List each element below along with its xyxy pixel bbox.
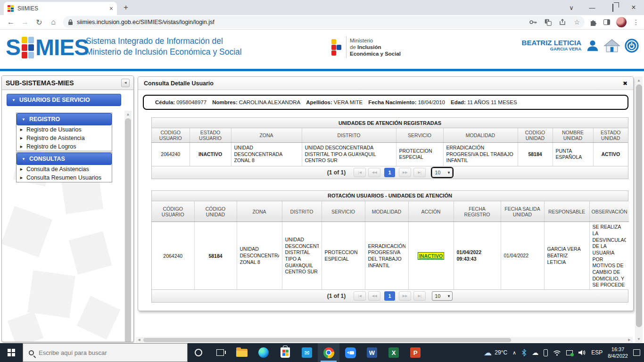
translate-icon[interactable] [545, 19, 552, 26]
network-status-icon[interactable] [566, 350, 573, 355]
onedrive-icon[interactable]: ☁ [532, 349, 538, 356]
accion-inactivo-link[interactable]: INACTIVO [418, 252, 444, 260]
new-tab-button[interactable]: + [124, 3, 128, 12]
notification-center-icon[interactable] [633, 349, 640, 356]
profile-avatar[interactable] [616, 17, 627, 27]
edad-pair: Edad:11 AÑOS 11 MESES [451, 99, 517, 105]
scroll-down-icon[interactable]: ▼ [635, 335, 643, 343]
panel-title: Consulta Detalle Usuario [144, 80, 623, 87]
clock-date: 8/4/2022 [608, 353, 628, 359]
your-phone-icon[interactable] [544, 349, 548, 356]
taskbar-search[interactable] [23, 343, 188, 362]
collapse-left-icon: ◄ [124, 81, 127, 85]
sidebar-item-registro-usuarios[interactable]: ► Registro de Usuarios [17, 125, 112, 134]
forward-button[interactable]: → [18, 18, 32, 26]
tab-close-icon[interactable]: × [109, 5, 113, 12]
home-button[interactable]: ⌂ [46, 18, 60, 26]
tab-title: SIIMIES [17, 5, 106, 12]
units-table-paginator: (1 of 1) |◀ ◀◀ 1 ▶▶ ▶| 10 ▾ [152, 166, 628, 179]
next-page-button[interactable]: ▶▶ [399, 291, 411, 301]
scrollbar-thumb[interactable] [125, 118, 131, 342]
scroll-left-icon[interactable]: ◀ [136, 337, 142, 343]
next-page-button[interactable]: ▶▶ [399, 168, 411, 177]
content-horizontal-scrollbar[interactable]: ◀ ▶ [136, 337, 633, 343]
sidebar-scrollbar[interactable]: ▲ ▼ [124, 111, 132, 342]
rotation-table-paginator: (1 of 1) |◀ ◀◀ 1 ▶▶ ▶| 10 ▾ [152, 289, 628, 302]
sidebar-collapse-button[interactable]: ◄ [121, 79, 130, 87]
zoom-camera-icon [345, 347, 356, 358]
reload-button[interactable]: ↻ [32, 18, 46, 27]
store-button[interactable] [274, 343, 296, 362]
prev-page-button[interactable]: ◀◀ [368, 168, 380, 177]
volume-icon[interactable] [578, 349, 586, 356]
taskbar-search-input[interactable] [39, 349, 171, 356]
edge-button[interactable] [253, 343, 274, 362]
scroll-up-icon[interactable]: ▲ [124, 111, 132, 118]
sidebar-title: SUB-SISTEMAS-MIES [6, 79, 121, 87]
scrollbar-thumb[interactable] [636, 84, 642, 327]
browser-menu-icon[interactable]: ⋮ [633, 18, 639, 26]
taskbar-clock[interactable]: 16:37 8/4/2022 [608, 346, 628, 359]
logged-user-name: BEATRIZ LETICIA GARCIA VERA [522, 40, 581, 52]
window-close-button[interactable]: × [623, 3, 644, 12]
tab-search-chevron-icon[interactable]: ∨ [561, 4, 582, 11]
page-size-select[interactable]: 10 ▾ [432, 168, 453, 177]
weather-widget[interactable]: ☁ 29°C [484, 348, 507, 358]
file-explorer-button[interactable] [231, 343, 253, 362]
sidebar-header: SUB-SISTEMAS-MIES ◄ [2, 76, 133, 90]
sidebar-item-usuarios-de-servicio[interactable]: ▼ USUARIOS DE SERVICIO [7, 94, 121, 106]
cortana-button[interactable] [188, 343, 209, 362]
scrollbar-thumb[interactable] [143, 338, 511, 342]
language-indicator[interactable]: ESP [591, 349, 603, 356]
browser-tab[interactable]: SIIMIES × [4, 2, 117, 15]
last-page-button[interactable]: ▶| [413, 168, 426, 177]
sidebar-item-consulta-asistencias[interactable]: ► Consulta de Asistencias [17, 165, 112, 173]
page-size-select[interactable]: 10 ▾ [432, 291, 453, 301]
home-nav-icon[interactable] [604, 39, 620, 53]
address-bar[interactable]: siimies.inclusion.gob.ec/SIIMIES/vistas/… [63, 16, 585, 28]
chrome-button[interactable] [318, 343, 339, 362]
mail-button[interactable]: ✉ [296, 343, 318, 362]
window-minimize-button[interactable]: — [582, 4, 603, 11]
sidebar-item-registro-asistencia[interactable]: ► Registro de Asistencia [17, 134, 112, 142]
zoom-button[interactable] [339, 343, 361, 362]
apellidos-pair: Apellidos:VERA MITE [306, 99, 363, 105]
back-button[interactable]: ← [4, 18, 18, 26]
search-icon [29, 350, 34, 355]
start-button[interactable] [0, 343, 23, 362]
scroll-up-icon[interactable]: ▲ [635, 76, 643, 84]
first-page-button[interactable]: |◀ [354, 291, 366, 301]
side-panel-icon[interactable] [603, 19, 610, 25]
bookmark-star-icon[interactable]: ☆ [574, 18, 580, 26]
cell-estado-unidad: ACTIVO [593, 143, 628, 166]
sidebar-item-consulta-resumen[interactable]: ► Consulta Resumen Usuarios [17, 173, 112, 182]
prev-page-button[interactable]: ◀◀ [368, 291, 380, 301]
clock-time: 16:37 [608, 346, 628, 353]
wifi-icon[interactable] [553, 350, 561, 356]
excel-button[interactable]: X [383, 343, 405, 362]
window-restore-button[interactable] [603, 4, 623, 11]
share-icon[interactable] [559, 19, 566, 25]
scroll-right-icon[interactable]: ▶ [626, 337, 633, 343]
last-page-button[interactable]: ▶| [413, 291, 426, 301]
first-page-button[interactable]: |◀ [354, 168, 366, 177]
powerpoint-button[interactable]: P [405, 343, 426, 362]
user-profile-icon[interactable] [586, 39, 600, 53]
logout-power-icon[interactable] [624, 38, 639, 53]
password-key-icon[interactable] [529, 20, 537, 25]
task-view-button[interactable] [209, 343, 231, 362]
word-button[interactable]: W [361, 343, 383, 362]
current-page-button[interactable]: 1 [384, 168, 395, 177]
sidebar-item-registro-logros[interactable]: ► Registro de Logros [17, 142, 112, 151]
sidebar-group-header-registro[interactable]: ▼ REGISTRO [17, 113, 112, 125]
panel-close-icon[interactable]: ✖ [623, 80, 627, 87]
extensions-puzzle-icon[interactable] [589, 18, 597, 26]
chrome-icon [323, 347, 334, 358]
sidebar-group-header-consultas[interactable]: ▼ CONSULTAS [17, 153, 112, 165]
bluetooth-icon[interactable] [521, 349, 527, 356]
current-page-button[interactable]: 1 [384, 291, 395, 301]
word-icon: W [367, 347, 377, 358]
column-header: ESTADO USUARIO [190, 128, 231, 143]
tray-expand-icon[interactable]: ∧ [512, 350, 516, 356]
content-vertical-scrollbar[interactable]: ▲ ▼ [635, 76, 643, 343]
